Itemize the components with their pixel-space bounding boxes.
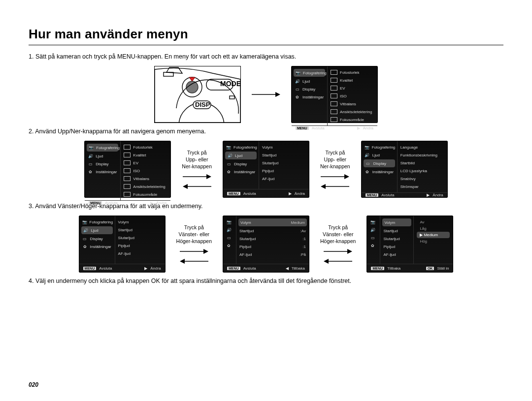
svg-point-2	[186, 81, 198, 93]
screen-2a: 📷Fotografering 🔊Ljud ▭Display ✿Inställni…	[84, 141, 171, 198]
arrow-right-icon	[321, 174, 349, 180]
screen-3c: 📷 🔊 ▭ ✿ Volym Startljud Slutarljud Piplj…	[366, 216, 453, 273]
label-updown-1: Tryck på Upp- eller Ner-knappen	[182, 149, 212, 190]
camera-icon: 📷	[296, 70, 300, 76]
label-leftright-2: Tryck på Vänster- eller Höger-knappen	[320, 224, 356, 265]
screen-3b: 📷 🔊 ▭ ✿ VolymMedium Startljud:Av Slutarl…	[223, 216, 309, 273]
row-step2: 📷Fotografering 🔊Ljud ▭Display ✿Inställni…	[29, 141, 503, 198]
step-3: 3. Använd Vänster/Höger-knapparna för at…	[29, 203, 503, 210]
option-off: Av	[417, 219, 450, 225]
menu-badge: MENU	[296, 126, 309, 130]
step-2: 2. Använd Upp/Ner-knapparna för att navi…	[29, 128, 503, 135]
option-low: Låg	[417, 225, 450, 232]
page-number: 020	[29, 381, 38, 388]
disp-label: DISP	[195, 101, 210, 108]
svg-rect-6	[230, 96, 234, 99]
row-step1: MODE DISP 📷Fotografering 🔊Ljud ▭Display …	[29, 66, 503, 123]
label-updown-2: Tryck på Upp- eller Ner-knappen	[320, 149, 350, 190]
row-step3: 📷Fotografering 🔊Ljud ▭Display ✿Inställni…	[29, 216, 503, 273]
camera-illustration: MODE DISP	[154, 66, 241, 123]
display-icon: ▭	[295, 87, 300, 92]
arrow-right-icon	[183, 174, 211, 180]
arrow-left-icon	[183, 184, 211, 189]
step-4: 4. Välj en undermeny och klicka på knapp…	[29, 278, 503, 284]
screen-2b: 📷Fotografering 🔊Ljud ▭Display ✿Inställni…	[223, 141, 309, 198]
footer-change: Ändra	[363, 126, 373, 130]
mode-label: MODE	[220, 80, 240, 88]
screen-2c: 📷Fotografering 🔊Ljud ▭Display ✿Inställni…	[361, 141, 448, 198]
option-medium: ▶Medium	[417, 232, 450, 238]
right-column: Fotostorlek Kvalitet EV ISO Vitbalans An…	[328, 66, 377, 125]
arrow-left-icon	[324, 258, 352, 264]
sound-icon: 🔊	[295, 79, 300, 84]
arrow-right-icon	[324, 248, 352, 254]
arrow-left-icon	[321, 184, 349, 189]
footer-exit: Avsluta	[312, 126, 325, 130]
camera-illustration-svg: MODE DISP	[155, 66, 240, 123]
screen-foto-menu: 📷Fotografering 🔊Ljud ▭Display ✿Inställni…	[291, 66, 378, 123]
gear-icon: ✿	[295, 94, 300, 100]
label-leftright-1: Tryck på Vänster- eller Höger-knappen	[176, 224, 212, 265]
arrow-right-icon	[252, 92, 280, 97]
left-column: 📷Fotografering 🔊Ljud ▭Display ✿Inställni…	[292, 66, 328, 125]
screen-3a: 📷Fotografering 🔊Ljud ▭Display ✿Inställni…	[79, 216, 166, 273]
page-title: Hur man använder menyn	[29, 27, 503, 45]
play-icon: ▶	[357, 126, 360, 130]
step-1: 1. Sätt på kameran och tryck på MENU-kna…	[29, 53, 503, 60]
option-high: Hög	[417, 238, 450, 245]
manual-page: Hur man använder menyn 1. Sätt på kamera…	[0, 0, 532, 401]
arrow-left-icon	[180, 258, 208, 264]
arrow-right-icon	[180, 248, 208, 254]
